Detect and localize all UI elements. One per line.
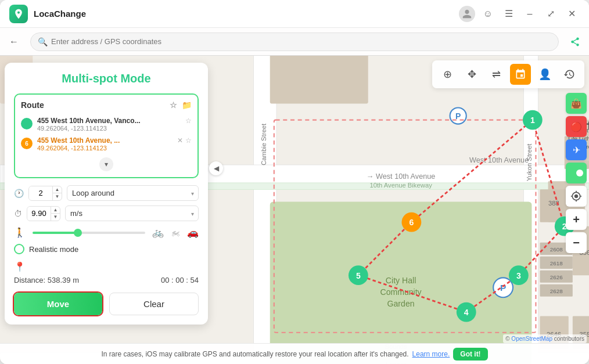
panel-collapse-btn[interactable]: ◀ (209, 161, 223, 175)
moto-icon[interactable]: 🏍 (171, 228, 180, 238)
route-addr-2: 455 West 10th Avenue, ... (37, 136, 142, 145)
svg-point-1 (576, 170, 583, 176)
location-pin-icon: 📍 (14, 261, 26, 272)
toggle-btn[interactable] (566, 163, 587, 183)
route-dot-1 (21, 118, 33, 129)
speedometer-icon: ⏱ (14, 209, 22, 218)
loop-count-input[interactable]: ▲ ▼ (28, 186, 62, 201)
walk-icon[interactable]: 🚶 (14, 227, 26, 238)
emoji-btn[interactable]: ☺ (480, 6, 496, 22)
left-panel: Multi-spot Mode Route ☆ 📁 455 West 10th … (5, 63, 208, 325)
folder-icon[interactable]: 📁 (182, 100, 192, 110)
svg-text:City Hall: City Hall (386, 276, 416, 285)
maximize-btn[interactable]: ⤢ (543, 6, 559, 22)
bottom-message: In rare cases, iOS may calibrate GPS and… (101, 350, 408, 358)
realistic-row: Realistic mode (14, 244, 199, 254)
route-star-2[interactable]: ☆ (185, 136, 192, 145)
wallet-btn[interactable]: 👜 (566, 93, 587, 114)
zoom-out-btn[interactable]: − (566, 232, 587, 253)
svg-text:Yukon Street: Yukon Street (526, 143, 533, 181)
speed-down[interactable]: ▼ (51, 214, 60, 221)
search-bar[interactable]: 🔍 (30, 33, 559, 51)
route-coords-1: 49.262064, -123.114123 (37, 125, 181, 132)
multispot-btn[interactable] (510, 64, 531, 85)
transport-slider[interactable] (33, 232, 145, 234)
clear-button[interactable]: Clear (109, 293, 199, 315)
back-btn[interactable]: ← (5, 33, 23, 51)
expand-btn[interactable]: ▾ (99, 157, 113, 171)
transport-row: 🚶 🚲 🏍 🚗 (14, 227, 199, 238)
star-icon[interactable]: ☆ (170, 100, 177, 110)
loop-count-field[interactable] (29, 186, 52, 200)
speed-btns: ▲ ▼ (51, 207, 60, 221)
osm-link[interactable]: OpenStreetMap (511, 336, 552, 342)
search-icon: 🔍 (38, 37, 48, 46)
loop-mode-select[interactable]: Loop around Back and forth One way (67, 185, 199, 201)
svg-text:2608: 2608 (550, 246, 563, 253)
time-text: 00 : 00 : 54 (161, 276, 199, 284)
locate-btn[interactable] (566, 186, 587, 207)
menu-btn[interactable]: ☰ (501, 6, 517, 22)
svg-text:→ West 10th Avenue: → West 10th Avenue (367, 172, 435, 181)
route-addr-1: 455 West 10th Avenue, Vanco... (37, 117, 142, 125)
user-avatar[interactable] (459, 6, 475, 22)
speed-unit-wrapper: m/s km/h mph (65, 206, 199, 221)
route-icons: ☆ 📁 (170, 100, 192, 110)
car-icon[interactable]: 🚗 (187, 227, 199, 238)
svg-text:4: 4 (464, 308, 469, 317)
svg-text:Garden: Garden (387, 299, 415, 308)
move-button[interactable]: Move (14, 293, 102, 315)
right-tools: 👜 🔴 ✈ + − (563, 91, 589, 255)
route-remove-2[interactable]: ✕ (177, 136, 183, 145)
close-btn[interactable]: ✕ (563, 6, 580, 22)
route-item-icons-1: ☆ (185, 117, 192, 125)
svg-text:5: 5 (356, 271, 361, 280)
route-text-2: 455 West 10th Avenue, ... 49.262064, -12… (37, 136, 173, 152)
minimize-btn[interactable]: – (522, 6, 538, 22)
distance-text: Distance: 538.39 m (14, 276, 79, 284)
svg-text:2618: 2618 (550, 260, 563, 266)
info-row: Distance: 538.39 m 00 : 00 : 54 (14, 276, 199, 284)
search-input[interactable] (51, 37, 551, 46)
move-btn[interactable]: ✥ (461, 64, 482, 85)
user-btn[interactable]: 👤 (534, 64, 555, 85)
window-controls: ☺ ☰ – ⤢ ✕ (459, 6, 580, 22)
route-btn[interactable]: ⇌ (486, 64, 507, 85)
speed-field[interactable] (27, 207, 51, 220)
svg-text:2626: 2626 (550, 274, 563, 280)
route-star-1[interactable]: ☆ (185, 117, 192, 125)
svg-text:P: P (500, 283, 506, 293)
svg-text:1: 1 (530, 116, 535, 125)
blue-tool-btn[interactable]: ✈ (566, 139, 587, 160)
svg-text:Community: Community (380, 287, 422, 297)
svg-rect-9 (270, 56, 368, 103)
speed-up[interactable]: ▲ (51, 207, 60, 214)
loop-mode-wrapper: Loop around Back and forth One way (67, 185, 199, 201)
history-btn[interactable] (559, 64, 580, 85)
transport-thumb (74, 229, 82, 237)
realistic-indicator (14, 244, 24, 254)
main-content: ← 🔍 ⊕ ✥ ⇌ 👤 (0, 28, 589, 364)
osm-attribution: © OpenStreetMap contributors (503, 334, 587, 343)
speed-input[interactable]: ▲ ▼ (27, 206, 60, 221)
action-buttons: Move Clear (14, 293, 199, 315)
got-it-button[interactable]: Got it! (453, 348, 487, 361)
app-window: LocaChange ☺ ☰ – ⤢ ✕ ← 🔍 (0, 0, 589, 364)
learn-more-link[interactable]: Learn more. (412, 350, 450, 358)
realistic-label: Realistic mode (29, 245, 78, 254)
svg-text:West 10th Avenue: West 10th Avenue (469, 156, 529, 164)
route-box: Route ☆ 📁 455 West 10th Avenue, Vanco...… (14, 93, 199, 178)
loop-count-down[interactable]: ▼ (52, 193, 62, 200)
red-tool-btn[interactable]: 🔴 (566, 116, 587, 137)
crosshair-btn[interactable]: ⊕ (437, 64, 458, 85)
app-logo (9, 5, 28, 23)
loop-count-up[interactable]: ▲ (52, 186, 62, 193)
route-item-2: 6 455 West 10th Avenue, ... 49.262064, -… (21, 134, 192, 154)
zoom-in-btn[interactable]: + (566, 209, 587, 230)
speed-unit-select[interactable]: m/s km/h mph (65, 206, 199, 221)
title-bar: LocaChange ☺ ☰ – ⤢ ✕ (0, 0, 589, 28)
share-btn[interactable] (566, 33, 584, 51)
bike-icon[interactable]: 🚲 (152, 227, 164, 238)
location-row: 📍 (14, 261, 199, 272)
route-item-icons-2: ✕ ☆ (177, 136, 192, 145)
